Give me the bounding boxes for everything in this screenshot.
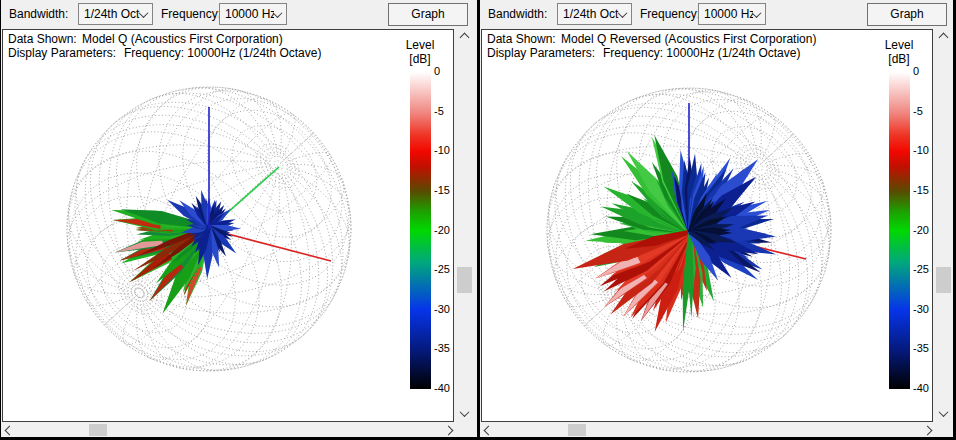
- vertical-scrollbar[interactable]: [456, 29, 473, 422]
- chevron-down-icon: [273, 8, 283, 18]
- scrollbar-corner: [457, 423, 474, 437]
- colorbar-tick: -10: [434, 144, 450, 156]
- chevron-left-icon: [484, 425, 494, 435]
- scroll-left-button[interactable]: [480, 423, 497, 437]
- chevron-up-icon: [939, 33, 949, 43]
- vertical-scrollbar[interactable]: [935, 29, 952, 422]
- colorbar-gradient: [410, 72, 431, 389]
- colorbar-tick: -40: [434, 382, 450, 394]
- frequency-select[interactable]: 10000 Hz: [219, 3, 287, 25]
- chevron-left-icon: [5, 425, 15, 435]
- scroll-up-button[interactable]: [935, 29, 952, 46]
- bandwidth-label: Bandwidth:: [9, 7, 68, 21]
- colorbar-tick: -40: [913, 382, 929, 394]
- colorbar-tick: 0: [434, 65, 440, 77]
- plot-area: Data Shown: Model Q Reversed (Acoustics …: [481, 29, 933, 422]
- vertical-scrollbar-thumb[interactable]: [936, 267, 951, 293]
- colorbar-tick: -5: [913, 105, 923, 117]
- colorbar-gradient: [889, 72, 910, 389]
- scrollbar-corner: [936, 423, 953, 437]
- frequency-label: Frequency:: [640, 7, 700, 21]
- frequency-value: 10000 Hz: [704, 7, 753, 21]
- colorbar-tick: -35: [434, 342, 450, 354]
- colorbar-tick: -30: [913, 303, 929, 315]
- colorbar-tick: -10: [913, 144, 929, 156]
- bandwidth-value: 1/24th Oct: [563, 7, 619, 21]
- scroll-left-button[interactable]: [1, 423, 18, 437]
- balloon-plot-3d[interactable]: [482, 30, 932, 421]
- bandwidth-select[interactable]: 1/24th Oct: [78, 3, 153, 25]
- chevron-down-icon: [460, 407, 470, 417]
- colorbar-tick: -35: [913, 342, 929, 354]
- colorbar-title: Level [dB]: [397, 38, 443, 66]
- colorbar-tick: -25: [434, 263, 450, 275]
- colorbar-title: Level [dB]: [876, 38, 922, 66]
- colorbar-tick: -15: [434, 184, 450, 196]
- chevron-right-icon: [923, 425, 933, 435]
- colorbar-tick: -20: [434, 224, 450, 236]
- bandwidth-select[interactable]: 1/24th Oct: [557, 3, 632, 25]
- graph-options-button[interactable]: Graph Options: [388, 3, 468, 26]
- clf-viewer-window: { "panels": [ { "toolbar": { "bandwidth_…: [0, 0, 956, 440]
- panel-right: Bandwidth: 1/24th Oct Frequency: 10000 H…: [480, 0, 953, 437]
- scroll-right-button[interactable]: [440, 423, 457, 437]
- frequency-value: 10000 Hz: [225, 7, 274, 21]
- vertical-scrollbar-thumb[interactable]: [457, 267, 472, 293]
- bandwidth-label: Bandwidth:: [488, 7, 547, 21]
- balloon-plot-3d[interactable]: [3, 30, 453, 421]
- colorbar-tick: 0: [913, 65, 919, 77]
- plot-area: Data Shown: Model Q (Acoustics First Cor…: [2, 29, 454, 422]
- scroll-down-button[interactable]: [456, 405, 473, 422]
- graph-options-button[interactable]: Graph Options: [867, 3, 947, 26]
- frequency-select[interactable]: 10000 Hz: [698, 3, 766, 25]
- chevron-right-icon: [444, 425, 454, 435]
- chevron-down-icon: [618, 8, 628, 18]
- colorbar-tick: -20: [913, 224, 929, 236]
- colorbar-tick: -5: [434, 105, 444, 117]
- panel-left: Bandwidth: 1/24th Oct Frequency: 10000 H…: [1, 0, 477, 437]
- chevron-down-icon: [139, 8, 149, 18]
- chevron-down-icon: [939, 407, 949, 417]
- scroll-down-button[interactable]: [935, 405, 952, 422]
- colorbar-tick: -15: [913, 184, 929, 196]
- scroll-right-button[interactable]: [919, 423, 936, 437]
- horizontal-scrollbar[interactable]: [480, 423, 936, 437]
- chevron-up-icon: [460, 33, 470, 43]
- scroll-up-button[interactable]: [456, 29, 473, 46]
- horizontal-scrollbar-thumb[interactable]: [568, 424, 586, 436]
- horizontal-scrollbar-thumb[interactable]: [89, 424, 107, 436]
- horizontal-scrollbar[interactable]: [1, 423, 457, 437]
- frequency-label: Frequency:: [161, 7, 221, 21]
- colorbar-tick: -30: [434, 303, 450, 315]
- chevron-down-icon: [752, 8, 762, 18]
- bandwidth-value: 1/24th Oct: [84, 7, 140, 21]
- colorbar-tick: -25: [913, 263, 929, 275]
